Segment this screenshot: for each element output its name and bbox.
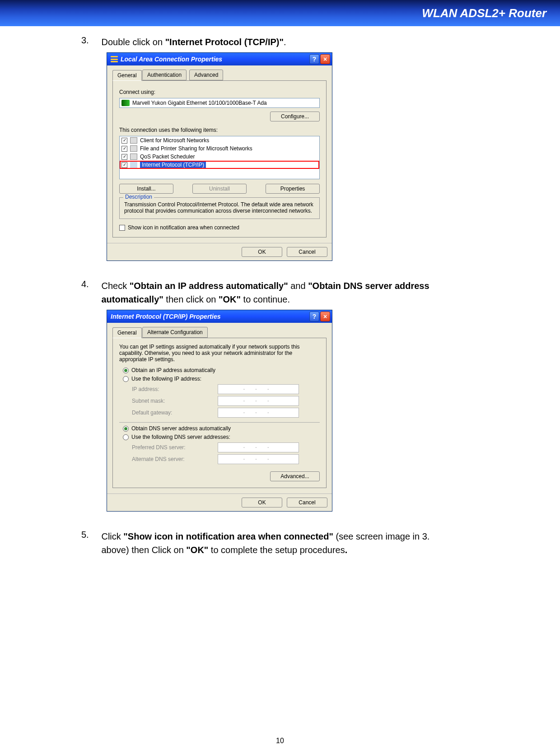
page-header: WLAN ADSL2+ Router xyxy=(0,0,560,26)
preferred-dns-field: . . . xyxy=(218,442,299,452)
step-5-text: Click "Show icon in notification area wh… xyxy=(101,530,444,557)
items-label: This connection uses the following items… xyxy=(119,127,320,133)
checkbox-icon[interactable]: ✓ xyxy=(121,146,127,152)
ok-button[interactable]: OK xyxy=(242,247,282,257)
list-item-tcpip[interactable]: ✓Internet Protocol (TCP/IP) xyxy=(120,161,319,169)
dialog2-titlebar: Internet Protocol (TCP/IP) Properties ? … xyxy=(107,310,332,323)
tab-authentication[interactable]: Authentication xyxy=(142,70,187,80)
tcpip-intro: You can get IP settings assigned automat… xyxy=(119,344,320,363)
radio-obtain-dns[interactable]: Obtain DNS server address automatically xyxy=(123,425,320,432)
dialog1-title: Local Area Connection Properties xyxy=(121,56,222,63)
tab-alt-config[interactable]: Alternate Configuration xyxy=(142,327,208,338)
close-button[interactable]: × xyxy=(320,54,330,64)
list-item[interactable]: ✓QoS Packet Scheduler xyxy=(120,153,319,161)
step-5-number: 5. xyxy=(81,530,99,540)
lan-properties-dialog: Local Area Connection Properties ? × Gen… xyxy=(107,52,332,261)
description-text: Transmission Control Protocol/Internet P… xyxy=(124,201,315,214)
description-fieldset: Description Transmission Control Protoco… xyxy=(119,197,320,219)
tcpip-icon xyxy=(130,162,137,168)
preferred-dns-label: Preferred DNS server: xyxy=(132,444,218,451)
step-4-text: Check "Obtain an IP address automaticall… xyxy=(101,279,444,306)
subnet-mask-label: Subnet mask: xyxy=(132,398,218,404)
tab-general[interactable]: General xyxy=(112,70,142,81)
dialog2-title: Internet Protocol (TCP/IP) Properties xyxy=(111,313,220,320)
step-4-number: 4. xyxy=(81,279,99,289)
ip-address-label: IP address: xyxy=(132,386,218,392)
dialog1-titlebar: Local Area Connection Properties ? × xyxy=(107,53,332,65)
radio-icon xyxy=(123,368,129,373)
radio-icon xyxy=(123,426,129,432)
step-3: 3. Double click on "Internet Protocol (T… xyxy=(81,35,506,261)
help-button[interactable]: ? xyxy=(309,312,319,321)
checkbox-icon[interactable]: ✓ xyxy=(121,138,127,144)
checkbox-icon[interactable]: ✓ xyxy=(121,162,127,168)
tab-general[interactable]: General xyxy=(112,327,142,338)
adapter-field: Marvell Yukon Gigabit Ethernet 10/100/10… xyxy=(119,98,320,108)
properties-button[interactable]: Properties xyxy=(266,184,320,194)
alternate-dns-field: . . . xyxy=(218,454,299,464)
step-3-number: 3. xyxy=(81,35,99,46)
dialog2-tabs: General Alternate Configuration xyxy=(112,326,327,338)
default-gateway-label: Default gateway: xyxy=(132,410,218,416)
ip-address-field: . . . xyxy=(218,384,299,394)
list-item[interactable]: ✓File and Printer Sharing for Microsoft … xyxy=(120,144,319,153)
close-button[interactable]: × xyxy=(320,312,330,321)
step-5: 5. Click "Show icon in notification area… xyxy=(81,530,506,557)
radio-icon xyxy=(123,434,129,440)
qos-icon xyxy=(130,154,137,160)
advanced-button[interactable]: Advanced... xyxy=(270,471,320,481)
show-icon-checkbox-row[interactable]: Show icon in notification area when conn… xyxy=(119,224,320,231)
checkbox-icon[interactable]: ✓ xyxy=(121,154,127,160)
subnet-mask-field: . . . xyxy=(218,396,299,406)
cancel-button[interactable]: Cancel xyxy=(287,247,327,257)
ok-button[interactable]: OK xyxy=(242,498,282,507)
description-legend: Description xyxy=(123,194,154,200)
alternate-dns-label: Alternate DNS server: xyxy=(132,456,218,462)
network-icon xyxy=(111,56,118,62)
connection-items-list[interactable]: ✓Client for Microsoft Networks ✓File and… xyxy=(119,136,320,179)
list-item[interactable]: ✓Client for Microsoft Networks xyxy=(120,136,319,144)
header-title: WLAN ADSL2+ Router xyxy=(422,6,546,20)
connect-using-label: Connect using: xyxy=(119,89,320,95)
show-icon-label: Show icon in notification area when conn… xyxy=(128,224,239,231)
client-icon xyxy=(130,137,137,144)
uninstall-button: Uninstall xyxy=(192,184,247,194)
install-button[interactable]: Install... xyxy=(119,184,173,194)
fileshare-icon xyxy=(130,145,137,152)
cancel-button[interactable]: Cancel xyxy=(287,498,327,507)
default-gateway-field: . . . xyxy=(218,408,299,418)
adapter-name: Marvell Yukon Gigabit Ethernet 10/100/10… xyxy=(132,100,267,106)
step-3-text: Double click on "Internet Protocol (TCP/… xyxy=(101,35,444,49)
radio-use-dns[interactable]: Use the following DNS server addresses: xyxy=(123,434,320,440)
adapter-icon xyxy=(121,100,130,106)
radio-obtain-ip[interactable]: Obtain an IP address automatically xyxy=(123,367,320,373)
show-icon-checkbox[interactable] xyxy=(119,225,125,231)
tab-advanced[interactable]: Advanced xyxy=(189,70,223,80)
page-number: 10 xyxy=(0,737,560,745)
radio-use-ip[interactable]: Use the following IP address: xyxy=(123,376,320,382)
tcpip-properties-dialog: Internet Protocol (TCP/IP) Properties ? … xyxy=(107,310,332,512)
dialog1-tabs: General Authentication Advanced xyxy=(112,69,327,81)
step-4: 4. Check "Obtain an IP address automatic… xyxy=(81,279,506,512)
configure-button[interactable]: Configure... xyxy=(270,112,320,121)
help-button[interactable]: ? xyxy=(309,54,319,64)
radio-icon xyxy=(123,376,129,382)
